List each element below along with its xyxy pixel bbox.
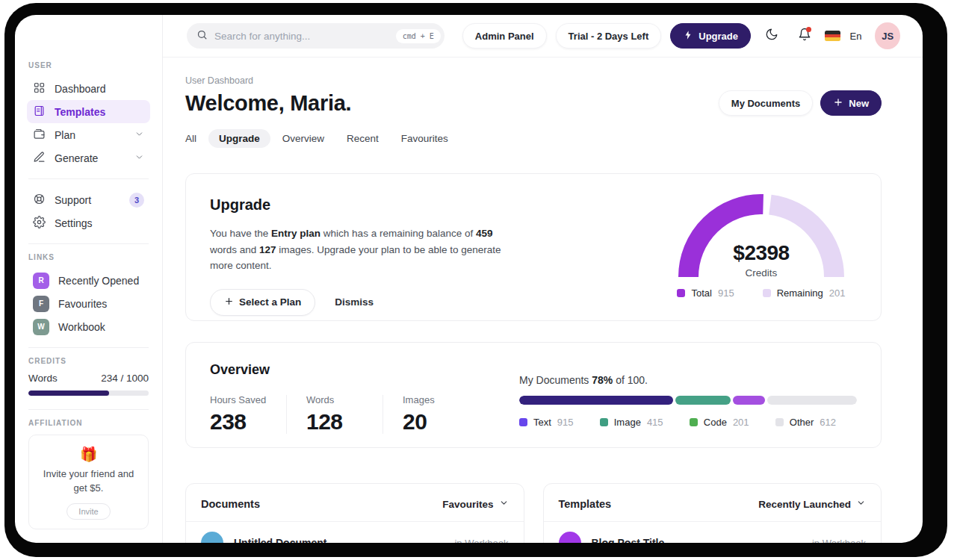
- bar-segment-code: [733, 396, 765, 405]
- sidebar-link-favourites[interactable]: F Favourites: [27, 292, 150, 315]
- credits-label: Words: [28, 373, 58, 384]
- document-row[interactable]: Untitled Document in Workbook: [186, 522, 524, 543]
- progress-legend: Text915 Image415 Code201 Other612: [519, 417, 857, 428]
- template-location: in Workbook: [812, 538, 866, 544]
- credits-progress-bar: [28, 391, 149, 396]
- progress-caption: My Documents 78% of 100.: [519, 374, 857, 386]
- plus-icon: [833, 97, 843, 110]
- new-button[interactable]: New: [820, 90, 882, 116]
- select-plan-label: Select a Plan: [239, 296, 301, 308]
- sidebar-item-dashboard[interactable]: Dashboard: [27, 77, 150, 100]
- stat-label: Images: [403, 394, 474, 405]
- documents-filter-dropdown[interactable]: Favourites: [442, 498, 508, 510]
- stat-value: 128: [306, 409, 378, 435]
- legend-swatch-text: [519, 418, 527, 426]
- life-buoy-icon: [33, 193, 46, 208]
- tab-overview[interactable]: Overview: [282, 133, 324, 144]
- my-documents-button[interactable]: My Documents: [719, 90, 813, 116]
- breadcrumb: User Dashboard: [185, 75, 882, 86]
- sidebar-item-label: Support: [55, 194, 91, 206]
- stat-label: Hours Saved: [210, 394, 282, 405]
- main-content: User Dashboard Welcome, Maria. My Docume…: [163, 57, 923, 543]
- gauge-value: $2398: [678, 241, 845, 265]
- legend-label: Text: [533, 417, 551, 428]
- support-badge: 3: [129, 193, 144, 208]
- templates-filter-dropdown[interactable]: Recently Launched: [758, 498, 866, 510]
- sidebar-item-label: Recently Opened: [58, 275, 139, 287]
- gauge-label: Credits: [678, 267, 845, 279]
- notifications-button[interactable]: [793, 23, 817, 49]
- admin-panel-button[interactable]: Admin Panel: [462, 23, 547, 49]
- documents-card: Documents Favourites Untitled Document i…: [185, 483, 524, 543]
- sidebar-item-label: Dashboard: [55, 83, 106, 95]
- affiliation-card: 🎁 Invite your friend and get $5. Invite: [28, 435, 149, 529]
- journal-icon: [33, 105, 46, 119]
- legend-label: Total: [691, 287, 711, 299]
- search-icon: [196, 29, 208, 43]
- credits-value: 234 / 1000: [101, 373, 149, 384]
- sidebar-item-support[interactable]: Support 3: [27, 188, 150, 211]
- tab-recent[interactable]: Recent: [347, 133, 379, 144]
- legend-label: Other: [790, 417, 814, 428]
- template-row[interactable]: Blog Post Title in Workbook: [544, 522, 882, 543]
- legend-value: 201: [733, 417, 749, 428]
- app-window: USER Dashboard Templates Plan Generate S…: [15, 15, 923, 543]
- filter-label: Favourites: [442, 499, 493, 510]
- stat-label: Words: [306, 394, 378, 405]
- sidebar-item-generate[interactable]: Generate: [27, 146, 150, 169]
- language-switcher[interactable]: En: [825, 23, 861, 49]
- user-avatar[interactable]: JS: [875, 22, 900, 49]
- stacked-progress-bar: [519, 396, 857, 405]
- filter-label: Recently Launched: [758, 499, 851, 510]
- affiliation-text: Invite your friend and get $5.: [37, 467, 140, 496]
- sidebar-item-templates[interactable]: Templates: [27, 100, 150, 123]
- templates-card: Templates Recently Launched Blog Post Ti…: [543, 483, 882, 543]
- legend-label: Image: [614, 417, 641, 428]
- sidebar-link-workbook[interactable]: W Workbook: [27, 315, 150, 338]
- legend-value: 915: [557, 417, 574, 428]
- overview-card: Overview Hours Saved238 Words128 Images2…: [185, 342, 882, 448]
- dismiss-button[interactable]: Dismiss: [335, 296, 374, 308]
- sidebar-item-label: Settings: [55, 217, 93, 229]
- chevron-down-icon: [499, 498, 509, 510]
- sidebar-item-label: Templates: [55, 106, 105, 118]
- legend-label: Remaining: [777, 287, 823, 299]
- search-input[interactable]: [214, 31, 389, 42]
- dark-mode-toggle[interactable]: [760, 23, 784, 49]
- sidebar-item-label: Workbook: [58, 321, 105, 333]
- tab-upgrade[interactable]: Upgrade: [208, 129, 270, 148]
- admin-panel-label: Admin Panel: [475, 31, 534, 42]
- upgrade-card: Upgrade You have the Entry plan which ha…: [185, 173, 882, 321]
- select-plan-button[interactable]: Select a Plan: [210, 289, 315, 316]
- upgrade-label: Upgrade: [699, 31, 738, 42]
- divider: [28, 178, 149, 179]
- legend-swatch-remaining: [763, 289, 771, 297]
- flag-germany-icon: [825, 31, 840, 41]
- sidebar-section-user: USER: [28, 61, 149, 69]
- bar-segment-image: [675, 396, 731, 405]
- trial-label: Trial - 2 Days Left: [569, 31, 649, 42]
- legend-value: 415: [647, 417, 663, 428]
- templates-card-title: Templates: [559, 498, 612, 510]
- search-bar[interactable]: cmd + E: [187, 23, 445, 49]
- invite-button[interactable]: Invite: [66, 503, 110, 520]
- document-location: in Workbook: [454, 538, 508, 544]
- link-avatar: W: [33, 319, 49, 335]
- sidebar-item-label: Favourites: [58, 298, 107, 310]
- divider: [28, 347, 149, 348]
- sidebar-item-settings[interactable]: Settings: [27, 211, 150, 234]
- upgrade-button[interactable]: Upgrade: [670, 23, 751, 49]
- tab-favourites[interactable]: Favourites: [401, 133, 448, 144]
- legend-value: 201: [829, 287, 846, 299]
- sidebar-item-plan[interactable]: Plan: [27, 123, 150, 146]
- bar-segment-text: [519, 396, 673, 405]
- gear-icon: [33, 216, 46, 231]
- legend-swatch-other: [775, 418, 784, 426]
- new-label: New: [849, 98, 869, 109]
- sidebar-link-recently-opened[interactable]: R Recently Opened: [27, 269, 150, 292]
- legend-label: Code: [704, 417, 727, 428]
- topbar: cmd + E Admin Panel Trial - 2 Days Left …: [163, 15, 923, 57]
- tab-all[interactable]: All: [185, 133, 196, 144]
- trial-button[interactable]: Trial - 2 Days Left: [556, 23, 662, 49]
- gift-icon: 🎁: [37, 446, 140, 463]
